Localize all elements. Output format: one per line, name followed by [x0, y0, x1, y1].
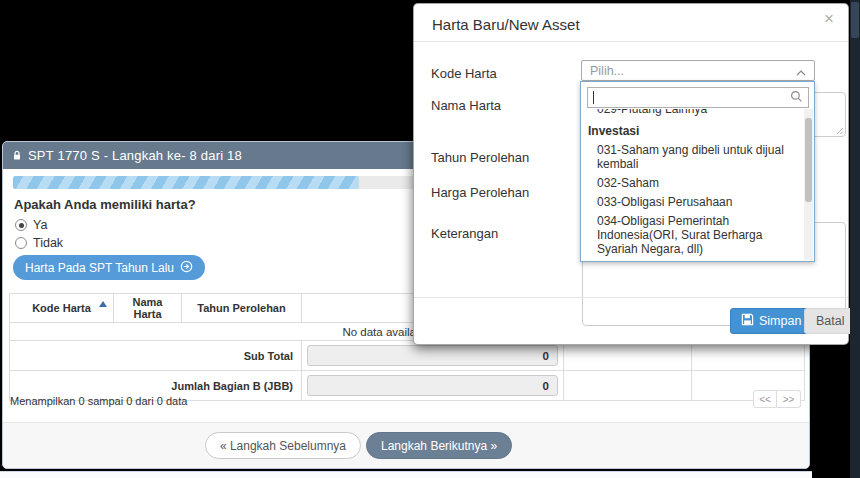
- keterangan-label: Keterangan: [431, 226, 498, 241]
- search-icon: [790, 89, 803, 107]
- table-pagination: << >>: [753, 390, 801, 408]
- pagination-last-button[interactable]: >>: [777, 390, 801, 408]
- kode-harta-select[interactable]: Pilih...: [581, 60, 815, 81]
- sub-total-label: Sub Total: [10, 341, 302, 371]
- dropdown-option[interactable]: 031-Saham yang dibeli untuk dijual kemba…: [581, 140, 805, 173]
- simpan-button[interactable]: Simpan: [730, 308, 812, 334]
- kode-harta-label: Kode Harta: [431, 66, 497, 81]
- simpan-label: Simpan: [759, 314, 801, 328]
- wizard-progress-fill: [13, 176, 359, 189]
- dropdown-option-label: 029-Piutang Lainnya: [581, 109, 805, 116]
- previous-step-button[interactable]: « Langkah Sebelumnya: [205, 432, 361, 459]
- radio-ya-circle[interactable]: [15, 219, 27, 231]
- chevron-up-icon: [796, 62, 806, 80]
- sort-ascending-icon: [99, 301, 107, 307]
- pagination-first-button[interactable]: <<: [753, 390, 777, 408]
- screen: SPT 1770 S - Langkah ke- 8 dari 18 Apaka…: [0, 0, 860, 478]
- modal-footer-divider: [414, 297, 848, 298]
- dropdown-options-list: 029-Piutang Lainnya Investasi 031-Saham …: [581, 109, 805, 260]
- prev-year-assets-button[interactable]: Harta Pada SPT Tahun Lalu: [13, 255, 205, 280]
- jbb-cell: 0: [302, 371, 564, 401]
- dropdown-search-box[interactable]: [587, 87, 809, 108]
- jbb-empty-cell-1: [564, 371, 692, 401]
- kode-harta-dropdown-panel: 029-Piutang Lainnya Investasi 031-Saham …: [580, 81, 815, 262]
- radio-tidak-circle[interactable]: [15, 237, 27, 249]
- tahun-perolehan-label: Tahun Perolehan: [431, 150, 529, 165]
- sub-total-empty-cell-2: [692, 341, 805, 371]
- radio-ya-label: Ya: [33, 218, 47, 232]
- spt-window-title: SPT 1770 S - Langkah ke- 8 dari 18: [28, 148, 242, 163]
- dropdown-scrollbar[interactable]: [804, 109, 813, 260]
- save-icon: [741, 313, 754, 329]
- column-header-nama-harta[interactable]: Nama Harta: [114, 294, 182, 323]
- harga-perolehan-label: Harga Perolehan: [431, 185, 529, 200]
- modal-header-divider: [414, 41, 848, 42]
- kode-harta-header-label: Kode Harta: [32, 302, 91, 314]
- column-header-kode-harta[interactable]: Kode Harta: [10, 294, 114, 323]
- radio-tidak-label: Tidak: [33, 236, 63, 250]
- dropdown-option[interactable]: 034-Obligasi Pemerintah Indonesia(ORI, S…: [581, 211, 805, 258]
- page-bottom-strip: [0, 471, 812, 478]
- dropdown-group-investasi: Investasi: [581, 121, 805, 140]
- circle-arrow-right-icon: [180, 260, 193, 276]
- close-icon[interactable]: ×: [824, 10, 834, 27]
- next-step-button[interactable]: Langkah Berikutnya »: [366, 432, 512, 459]
- question-heading: Apakah Anda memiliki harta?: [14, 197, 196, 212]
- page-scrollbar[interactable]: [850, 0, 860, 478]
- radio-option-ya[interactable]: Ya: [15, 218, 47, 232]
- select-placeholder: Pilih...: [590, 64, 796, 78]
- wizard-footer: « Langkah Sebelumnya Langkah Berikutnya …: [3, 422, 809, 468]
- new-asset-modal: Harta Baru/New Asset × Kode Harta Nama H…: [413, 3, 849, 345]
- radio-option-tidak[interactable]: Tidak: [15, 236, 63, 250]
- dropdown-option[interactable]: 035-Surat Utang Lainnya: [581, 258, 805, 260]
- sub-total-empty-cell-1: [564, 341, 692, 371]
- nama-harta-label: Nama Harta: [431, 98, 501, 113]
- modal-title: Harta Baru/New Asset: [432, 16, 580, 33]
- table-showing-info: Menampilkan 0 sampai 0 dari 0 data: [10, 395, 187, 407]
- dropdown-scrollbar-thumb[interactable]: [805, 118, 812, 202]
- lock-icon: [12, 147, 22, 165]
- dropdown-option[interactable]: 032-Saham: [581, 173, 805, 192]
- jbb-value: 0: [307, 375, 558, 396]
- sub-total-row: Sub Total 0: [10, 341, 805, 371]
- prev-year-assets-label: Harta Pada SPT Tahun Lalu: [25, 261, 174, 275]
- column-header-tahun-perolehan[interactable]: Tahun Perolehan: [182, 294, 302, 323]
- page-scrollbar-thumb[interactable]: [851, 2, 859, 38]
- sub-total-value: 0: [307, 345, 558, 366]
- dropdown-option[interactable]: 033-Obligasi Perusahaan: [581, 192, 805, 211]
- batal-button[interactable]: Batal: [804, 308, 857, 334]
- dropdown-option-clipped[interactable]: 029-Piutang Lainnya: [581, 109, 805, 121]
- resize-handle-icon[interactable]: [835, 126, 844, 135]
- dropdown-search-input[interactable]: [594, 90, 790, 105]
- sub-total-cell: 0: [302, 341, 564, 371]
